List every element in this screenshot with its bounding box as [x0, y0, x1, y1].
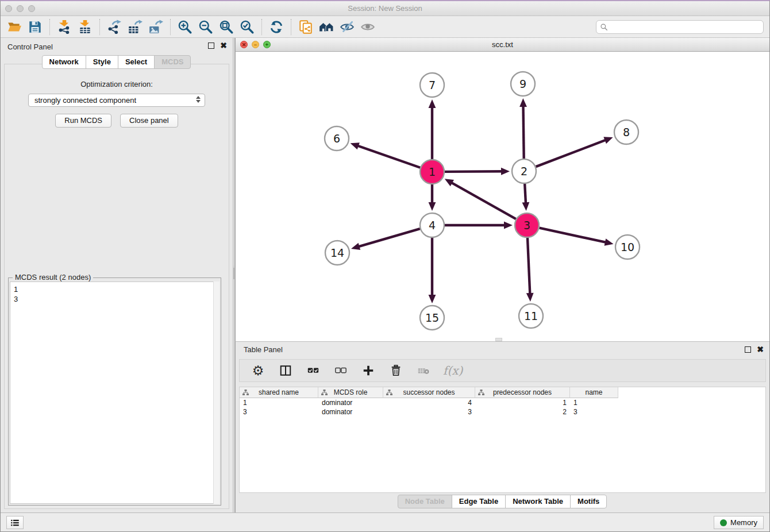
tab-mcds[interactable]: MCDS: [154, 55, 191, 69]
column-header-name[interactable]: name: [570, 387, 618, 398]
edge-arrowhead: [605, 238, 614, 246]
control-panel-tabs: NetworkStyleSelectMCDS: [1, 55, 233, 69]
zoom-selected-button[interactable]: [237, 18, 257, 36]
attribute-type-icon: [321, 390, 328, 396]
column-header-MCDS-role[interactable]: MCDS role: [318, 387, 383, 398]
table-cell[interactable]: 2: [475, 407, 570, 417]
tab-node-table[interactable]: Node Table: [398, 495, 452, 508]
hide-graphics-details-button[interactable]: [357, 18, 378, 36]
graph-edge-1-2[interactable]: [445, 171, 502, 172]
table-cell[interactable]: 1: [475, 398, 570, 407]
first-neighbors-button[interactable]: [316, 18, 337, 36]
memory-button[interactable]: Memory: [714, 516, 764, 529]
table-row[interactable]: 1dominator411: [240, 398, 765, 407]
export-table-button[interactable]: [125, 18, 145, 36]
delete-row-button[interactable]: [388, 363, 404, 379]
mcds-result-group: MCDS result (2 nodes) 1 3: [8, 277, 221, 506]
close-panel-button[interactable]: Close panel: [120, 114, 178, 128]
save-session-button[interactable]: [25, 18, 45, 36]
import-network-button[interactable]: [54, 18, 75, 36]
memory-label: Memory: [730, 518, 757, 527]
column-header-label: predecessor nodes: [493, 388, 552, 396]
zoom-fit-button[interactable]: [216, 18, 237, 36]
apply-function-button[interactable]: f(x): [443, 363, 463, 379]
float-panel-icon[interactable]: [208, 43, 214, 49]
graph-edge-2-3[interactable]: [525, 184, 526, 203]
table-toolbar: ⚙ f(x): [239, 359, 766, 382]
window-title-bar: Session: New Session: [1, 1, 769, 16]
run-mcds-button[interactable]: Run MCDS: [55, 114, 111, 128]
network-window-titlebar[interactable]: ✕ − + scc.txt: [236, 38, 769, 52]
open-session-button[interactable]: [4, 18, 25, 36]
refresh-view-button[interactable]: [266, 18, 287, 36]
chevron-up-down-icon: [196, 96, 201, 103]
graph-edge-4-14[interactable]: [358, 229, 419, 246]
mcds-panel: Optimization criterion: strongly connect…: [4, 64, 229, 509]
table-header-row: shared nameMCDS rolesuccessor nodesprede…: [240, 387, 765, 398]
graph-edge-1-6[interactable]: [357, 146, 420, 168]
tab-style[interactable]: Style: [86, 55, 118, 69]
zoom-out-button[interactable]: [195, 18, 216, 36]
table-cell[interactable]: 1: [570, 398, 618, 407]
network-graph[interactable]: 7968124314101511: [236, 52, 770, 341]
table-cell[interactable]: dominator: [318, 407, 383, 417]
edge-arrowhead: [519, 98, 527, 107]
zoom-in-button[interactable]: [175, 18, 195, 36]
float-table-panel-icon[interactable]: [745, 346, 751, 353]
splitter-grip[interactable]: [233, 265, 234, 279]
tab-network[interactable]: Network: [42, 55, 86, 69]
search-field[interactable]: [596, 20, 764, 34]
table-cell[interactable]: 3: [240, 407, 318, 417]
table-row[interactable]: 3dominator323: [240, 407, 765, 417]
network-canvas[interactable]: 7968124314101511: [236, 52, 769, 341]
column-layout-button[interactable]: [278, 363, 294, 379]
node-table[interactable]: shared nameMCDS rolesuccessor nodesprede…: [239, 387, 766, 493]
close-table-panel-icon[interactable]: ✖: [757, 346, 764, 353]
column-header-label: successor nodes: [403, 388, 455, 396]
mcds-result-legend: MCDS result (2 nodes): [13, 273, 93, 282]
close-panel-icon[interactable]: ✖: [220, 43, 227, 49]
search-input[interactable]: [610, 21, 763, 33]
tab-edge-table[interactable]: Edge Table: [452, 495, 506, 508]
export-network-button[interactable]: [104, 18, 125, 36]
toolbar-separator: [291, 19, 291, 35]
graph-edge-3-1[interactable]: [451, 183, 516, 219]
column-header-successor-nodes[interactable]: successor nodes: [383, 387, 475, 398]
import-table-button[interactable]: [75, 18, 95, 36]
graph-edge-2-8[interactable]: [536, 140, 606, 167]
task-history-button[interactable]: [6, 516, 24, 529]
zoom-out-icon: [198, 20, 213, 34]
column-header-predecessor-nodes[interactable]: predecessor nodes: [475, 387, 570, 398]
edge-arrowhead: [504, 222, 513, 229]
deselect-all-button[interactable]: [333, 363, 349, 379]
table-cell[interactable]: 1: [240, 398, 318, 407]
tab-select[interactable]: Select: [118, 55, 155, 69]
open-folder-icon: [7, 20, 22, 34]
table-cell[interactable]: dominator: [318, 398, 383, 407]
toolbar-separator: [261, 19, 262, 35]
mcds-result-text[interactable]: 1 3: [10, 282, 220, 504]
select-all-button[interactable]: [305, 363, 321, 379]
unchecked-boxes-icon: [334, 364, 347, 377]
column-header-shared-name[interactable]: shared name: [240, 387, 318, 398]
network-snapshot-button[interactable]: [295, 18, 316, 36]
table-settings-button[interactable]: ⚙: [250, 363, 266, 379]
export-image-button[interactable]: [145, 18, 166, 36]
graph-edge-3-10[interactable]: [539, 228, 606, 242]
table-cell[interactable]: 3: [570, 407, 618, 417]
graph-edge-2-9[interactable]: [523, 106, 524, 159]
table-cell[interactable]: 3: [383, 407, 475, 417]
add-row-button[interactable]: [360, 363, 376, 379]
tab-motifs[interactable]: Motifs: [570, 495, 607, 508]
column-header-label: name: [585, 388, 602, 396]
tab-network-table[interactable]: Network Table: [505, 495, 571, 508]
edge-arrowhead: [429, 295, 436, 303]
table-cell[interactable]: 4: [383, 398, 475, 407]
delete-table-button[interactable]: [415, 363, 432, 379]
show-graphics-details-button[interactable]: [337, 18, 357, 36]
result-scrollbar[interactable]: [213, 282, 220, 504]
criterion-dropdown[interactable]: strongly connected component: [28, 94, 205, 107]
graph-node-label: 4: [429, 219, 436, 232]
graph-edge-3-11[interactable]: [528, 238, 530, 294]
zoom-selected-icon: [240, 20, 255, 34]
